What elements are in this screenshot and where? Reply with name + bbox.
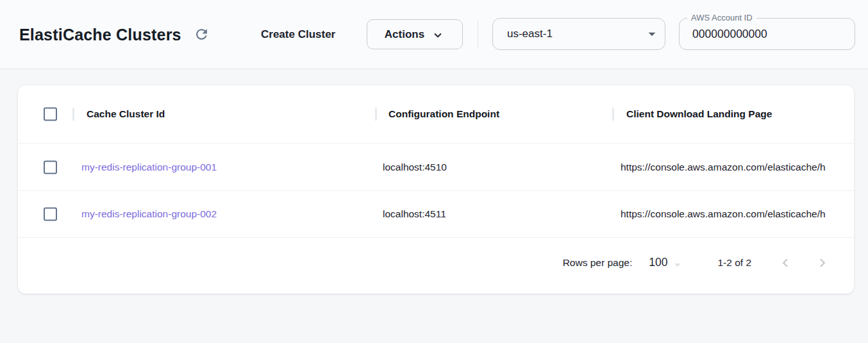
column-header-client-download-landing-page: Client Download Landing Page [626,108,772,120]
pagination-bar: Rows per page: 100 1-2 of 2 [18,238,854,294]
table-header-row: Cache Cluster Id Configuration Endpoint … [18,85,854,144]
select-all-checkbox[interactable] [44,108,57,121]
column-separator [612,108,614,121]
column-separator [375,108,377,121]
chevron-right-icon [814,255,831,271]
rows-per-page-select[interactable]: 100 [649,256,667,269]
pagination-range-label: 1-2 of 2 [717,257,751,269]
clusters-table-card: Cache Cluster Id Configuration Endpoint … [18,85,854,294]
previous-page-button[interactable] [777,255,794,271]
column-header-cache-cluster-id: Cache Cluster Id [87,108,165,120]
create-cluster-button[interactable]: Create Cluster [261,28,335,41]
client-download-landing-page-cell: https://console.aws.amazon.com/elasticac… [621,208,826,220]
column-header-configuration-endpoint: Configuration Endpoint [388,108,499,120]
region-select-value: us-east-1 [507,28,553,40]
chevron-left-icon [777,255,794,271]
refresh-button[interactable] [192,26,210,44]
region-select[interactable]: us-east-1 [492,18,665,50]
aws-account-id-field: AWS Account ID [679,18,855,50]
actions-button[interactable]: Actions [367,19,463,49]
top-bar: ElastiCache Clusters Create Cluster Acti… [0,0,868,69]
rows-per-page-arrow-icon[interactable] [670,257,685,272]
dropdown-arrow-icon [644,26,660,42]
next-page-button[interactable] [814,255,831,271]
column-separator [72,108,74,121]
refresh-icon [194,26,210,42]
toolbar-divider [478,20,478,49]
row-checkbox[interactable] [44,208,57,221]
actions-button-label: Actions [385,28,424,41]
aws-account-id-input[interactable] [680,19,855,49]
configuration-endpoint-cell: localhost:4511 [383,208,446,220]
cluster-id-link[interactable]: my-redis-replication-group-001 [81,162,217,173]
page-title: ElastiCache Clusters [19,25,181,44]
cluster-id-link[interactable]: my-redis-replication-group-002 [81,208,217,220]
rows-per-page-label: Rows per page: [563,257,633,269]
table-row: my-redis-replication-group-002 localhost… [18,191,854,238]
table-row: my-redis-replication-group-001 localhost… [18,144,854,191]
configuration-endpoint-cell: localhost:4510 [383,162,447,173]
aws-account-id-label: AWS Account ID [687,13,756,22]
chevron-down-icon [431,28,445,42]
row-checkbox[interactable] [44,160,57,174]
client-download-landing-page-cell: https://console.aws.amazon.com/elasticac… [621,162,826,173]
